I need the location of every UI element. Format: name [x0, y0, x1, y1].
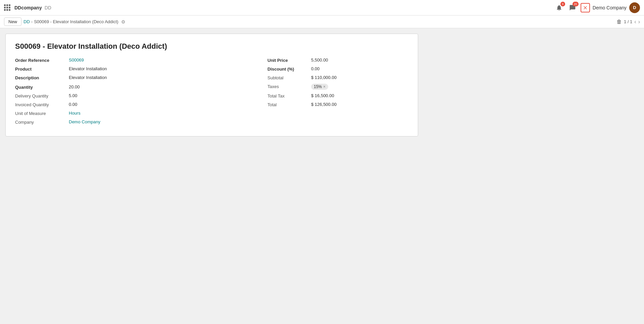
- quantity-label: Quantity: [15, 84, 69, 90]
- order-reference-row: Order Reference S00069: [15, 57, 254, 63]
- breadcrumb-right: 🗑 1 / 1 ‹ ›: [616, 19, 640, 25]
- record-card: S00069 - Elevator Installation (Deco Add…: [5, 34, 418, 136]
- prev-icon[interactable]: ‹: [634, 19, 636, 25]
- tax-badge-value: 15%: [314, 84, 322, 89]
- unit-of-measure-row: Unit of Measure Hours: [15, 111, 254, 116]
- description-value: Elevator Installation: [69, 75, 107, 80]
- close-debug-button[interactable]: [581, 3, 590, 12]
- product-label: Product: [15, 66, 69, 72]
- main-content: S00069 - Elevator Installation (Deco Add…: [0, 28, 644, 319]
- record-title: S00069 - Elevator Installation (Deco Add…: [15, 42, 408, 51]
- total-row: Total $ 126,500.00: [267, 102, 408, 107]
- next-icon[interactable]: ›: [638, 19, 640, 25]
- invoiced-quantity-label: Invoiced Quantity: [15, 102, 69, 107]
- breadcrumb-current: S00069 - Elevator Installation (Deco Add…: [34, 19, 118, 24]
- topbar-left: DDcompany DD: [4, 4, 554, 11]
- quantity-value: 20.00: [69, 84, 80, 89]
- unit-of-measure-label: Unit of Measure: [15, 111, 69, 116]
- order-reference-label: Order Reference: [15, 57, 69, 63]
- trash-icon[interactable]: 🗑: [616, 19, 622, 25]
- pagination-text: 1 / 1: [624, 19, 632, 24]
- subtotal-label: Subtotal: [267, 75, 311, 80]
- discount-row: Discount (%) 0.00: [267, 66, 408, 72]
- discount-value: 0.00: [311, 66, 319, 71]
- unit-price-row: Unit Price 5,500.00: [267, 57, 408, 63]
- topbar: DDcompany DD 9 20 Demo Company D: [0, 0, 644, 15]
- total-tax-value: $ 16,500.00: [311, 93, 334, 98]
- breadcrumb-separator: ›: [31, 19, 33, 24]
- tax-badge: 15% ×: [311, 84, 328, 90]
- product-row: Product Elevator Installation: [15, 66, 254, 72]
- tax-badge-remove[interactable]: ×: [323, 84, 326, 89]
- discount-label: Discount (%): [267, 66, 311, 72]
- right-col: Unit Price 5,500.00 Discount (%) 0.00 Su…: [267, 57, 408, 128]
- quantity-row: Quantity 20.00: [15, 84, 254, 90]
- gear-icon[interactable]: ⚙: [121, 19, 126, 25]
- company-row: Company Demo Company: [15, 119, 254, 125]
- company-name: Demo Company: [593, 5, 627, 10]
- breadcrumb-bar: New DD › S00069 - Elevator Installation …: [0, 15, 644, 28]
- company-label: Company: [15, 119, 69, 125]
- description-label: Description: [15, 75, 69, 80]
- topbar-right: 9 20 Demo Company D: [554, 2, 640, 13]
- avatar[interactable]: D: [629, 2, 640, 13]
- brand-short[interactable]: DD: [45, 5, 51, 10]
- taxes-row: Taxes 15% ×: [267, 84, 408, 90]
- record-body: Order Reference S00069 Product Elevator …: [15, 57, 408, 128]
- total-label: Total: [267, 102, 311, 107]
- subtotal-value: $ 110,000.00: [311, 75, 337, 80]
- invoiced-quantity-value: 0.00: [69, 102, 77, 107]
- order-reference-value[interactable]: S00069: [69, 57, 84, 63]
- product-value: Elevator Installation: [69, 66, 107, 71]
- new-button[interactable]: New: [4, 17, 21, 26]
- bell-button[interactable]: 9: [554, 2, 564, 13]
- bell-badge: 9: [560, 2, 565, 6]
- chat-button[interactable]: 20: [567, 2, 578, 13]
- total-value: $ 126,500.00: [311, 102, 337, 107]
- delivery-quantity-value: 5.00: [69, 93, 77, 98]
- brand-name[interactable]: DDcompany: [14, 5, 42, 10]
- delivery-quantity-label: Delivery Quantity: [15, 93, 69, 98]
- left-col: Order Reference S00069 Product Elevator …: [15, 57, 254, 128]
- total-tax-row: Total Tax $ 16,500.00: [267, 93, 408, 98]
- company-value[interactable]: Demo Company: [69, 119, 100, 124]
- unit-of-measure-value[interactable]: Hours: [69, 111, 81, 116]
- delivery-quantity-row: Delivery Quantity 5.00: [15, 93, 254, 98]
- breadcrumb: DD › S00069 - Elevator Installation (Dec…: [23, 19, 126, 25]
- unit-price-label: Unit Price: [267, 57, 311, 63]
- breadcrumb-left: New DD › S00069 - Elevator Installation …: [4, 17, 126, 26]
- invoiced-quantity-row: Invoiced Quantity 0.00: [15, 102, 254, 107]
- apps-icon[interactable]: [4, 4, 10, 11]
- unit-price-value: 5,500.00: [311, 57, 328, 63]
- breadcrumb-parent-link[interactable]: DD: [23, 19, 30, 24]
- chat-badge: 20: [573, 2, 579, 6]
- description-row: Description Elevator Installation: [15, 75, 254, 80]
- taxes-label: Taxes: [267, 84, 311, 89]
- subtotal-row: Subtotal $ 110,000.00: [267, 75, 408, 80]
- total-tax-label: Total Tax: [267, 93, 311, 98]
